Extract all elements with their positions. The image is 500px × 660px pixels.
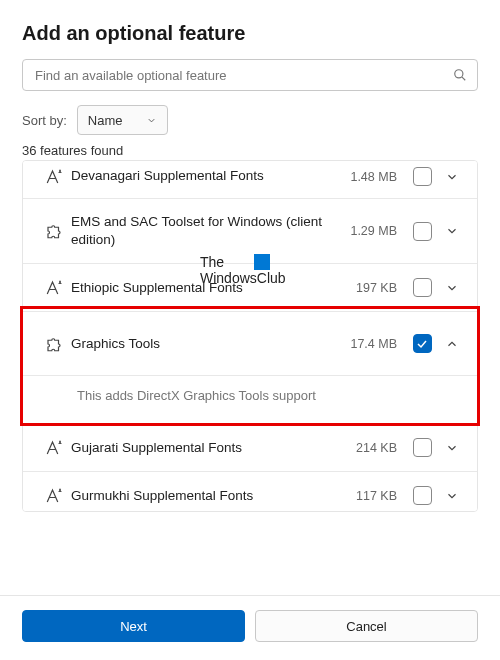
feature-name: Graphics Tools (71, 335, 335, 353)
font-icon (37, 439, 71, 457)
font-icon (37, 487, 71, 505)
font-icon (37, 168, 71, 186)
svg-point-0 (455, 70, 463, 78)
page-title: Add an optional feature (22, 22, 478, 45)
next-button[interactable]: Next (22, 610, 245, 642)
svg-line-1 (462, 77, 465, 80)
feature-row[interactable]: Gujarati Supplemental Fonts 214 KB (23, 424, 477, 472)
feature-name: Ethiopic Supplemental Fonts (71, 279, 335, 297)
feature-row[interactable]: Devanagari Supplemental Fonts 1.48 MB (23, 161, 477, 199)
puzzle-icon (37, 222, 71, 240)
dialog-footer: Next Cancel (0, 595, 500, 660)
feature-checkbox[interactable] (413, 334, 432, 353)
feature-name: Gujarati Supplemental Fonts (71, 439, 335, 457)
chevron-down-icon[interactable] (441, 281, 463, 295)
feature-size: 117 KB (335, 489, 397, 503)
chevron-down-icon (146, 115, 157, 126)
puzzle-icon (37, 335, 71, 353)
font-icon (37, 279, 71, 297)
chevron-down-icon[interactable] (441, 170, 463, 184)
chevron-down-icon[interactable] (441, 441, 463, 455)
chevron-up-icon[interactable] (441, 337, 463, 351)
results-count: 36 features found (22, 143, 478, 158)
feature-size: 1.48 MB (335, 170, 397, 184)
feature-checkbox[interactable] (413, 167, 432, 186)
sort-label: Sort by: (22, 113, 67, 128)
search-icon (453, 68, 467, 82)
feature-checkbox[interactable] (413, 486, 432, 505)
cancel-button[interactable]: Cancel (255, 610, 478, 642)
feature-row[interactable]: Ethiopic Supplemental Fonts 197 KB (23, 264, 477, 312)
feature-checkbox[interactable] (413, 278, 432, 297)
feature-name: Devanagari Supplemental Fonts (71, 167, 335, 185)
feature-name: Gurmukhi Supplemental Fonts (71, 487, 335, 505)
feature-size: 1.29 MB (335, 224, 397, 238)
feature-size: 197 KB (335, 281, 397, 295)
feature-row[interactable]: Gurmukhi Supplemental Fonts 117 KB (23, 472, 477, 511)
search-field[interactable] (22, 59, 478, 91)
chevron-down-icon[interactable] (441, 489, 463, 503)
feature-name: EMS and SAC Toolset for Windows (client … (71, 213, 335, 249)
sort-value: Name (88, 113, 123, 128)
feature-checkbox[interactable] (413, 438, 432, 457)
feature-row[interactable]: Graphics Tools 17.4 MB (23, 312, 477, 376)
search-input[interactable] (33, 67, 453, 84)
chevron-down-icon[interactable] (441, 224, 463, 238)
feature-description: This adds DirectX Graphics Tools support (23, 376, 477, 424)
feature-list: Devanagari Supplemental Fonts 1.48 MB EM… (22, 160, 478, 512)
feature-row[interactable]: EMS and SAC Toolset for Windows (client … (23, 199, 477, 264)
feature-size: 214 KB (335, 441, 397, 455)
sort-select[interactable]: Name (77, 105, 169, 135)
feature-checkbox[interactable] (413, 222, 432, 241)
feature-size: 17.4 MB (335, 337, 397, 351)
